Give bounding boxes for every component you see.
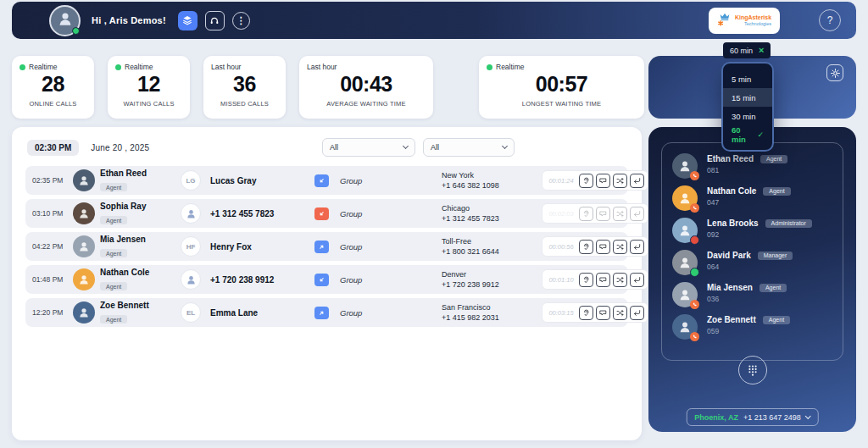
call-row: 04:22 PM Mia Jensen Agent HF Henry Fox G… <box>25 232 628 261</box>
crown-asterisk-logo-icon <box>717 12 732 30</box>
listen-ear-icon[interactable] <box>579 240 593 254</box>
whisper-icon[interactable] <box>596 306 610 320</box>
caller-id-number: +1 213 647 2498 <box>743 413 801 422</box>
layers-icon[interactable] <box>178 11 198 30</box>
call-location: Denver <box>442 269 542 279</box>
listen-ear-icon[interactable] <box>579 273 593 287</box>
agent-name: Nathan Cole <box>707 186 756 196</box>
agent-avatar <box>672 185 698 211</box>
stat-label: MISSED CALLS <box>211 100 278 108</box>
contact-name: Henry Fox <box>210 242 308 252</box>
call-location-block: San Francisco +1 415 982 2031 <box>442 302 542 323</box>
barge-icon[interactable] <box>630 240 644 254</box>
interval-option[interactable]: 5 min <box>723 69 772 88</box>
stat-label: AVERAGE WAITING TIME <box>307 100 426 108</box>
call-location-block: New York +1 646 382 1098 <box>442 170 542 191</box>
filter-select-1[interactable]: All <box>322 138 415 157</box>
call-location: San Francisco <box>442 302 542 312</box>
agent-role-badge: Manager <box>758 252 793 260</box>
chevron-down-icon <box>502 143 508 149</box>
call-time: 12:20 PM <box>32 308 73 317</box>
call-actions: 00:01:24 <box>542 170 648 191</box>
interval-filter-chip[interactable]: 60 min × <box>723 42 771 58</box>
call-rows: 02:35 PM Ethan Reed Agent LG Lucas Gray … <box>20 166 633 327</box>
barge-icon[interactable] <box>630 273 644 287</box>
agent-avatar <box>672 314 698 340</box>
call-duration: 00:00:56 <box>546 243 576 251</box>
stat-card: Realtime 28 ONLINE CALLS <box>12 56 94 119</box>
dialpad-button[interactable] <box>738 356 767 384</box>
agent-roster: Ethan Reed Agent 081 Nathan Cole Agent 0… <box>661 142 843 361</box>
person-contact-icon <box>181 269 201 290</box>
transfer-icon[interactable] <box>613 174 627 188</box>
interval-option[interactable]: 15 min <box>723 88 772 107</box>
stat-value: 00:57 <box>487 74 637 95</box>
contact-name: +1 720 238 9912 <box>210 275 308 285</box>
interval-option[interactable]: 60 min ✓ <box>723 125 772 144</box>
transfer-icon[interactable] <box>613 306 627 320</box>
agent-role-badge: Administrator <box>765 219 812 228</box>
whisper-icon[interactable] <box>596 273 610 287</box>
call-phone: +1 720 238 9912 <box>442 279 542 290</box>
busy-status-dot <box>690 235 699 245</box>
agent-list-item[interactable]: Mia Jensen Agent 036 <box>672 282 832 307</box>
call-actions: 00:01:10 <box>542 269 648 290</box>
settings-gear-icon[interactable] <box>826 64 843 81</box>
agent-list-item[interactable]: Zoe Bennett Agent 059 <box>672 314 832 340</box>
agent-list-item[interactable]: Nathan Cole Agent 047 <box>672 185 832 211</box>
stat-card: Last hour 36 MISSED CALLS <box>203 56 286 119</box>
call-location-block: Toll-Free +1 800 321 6644 <box>442 236 542 257</box>
agent-extension: 036 <box>707 295 787 303</box>
help-button[interactable]: ? <box>819 9 841 31</box>
missed-call-icon <box>314 207 329 220</box>
more-icon[interactable]: ⋮ <box>232 12 250 30</box>
transfer-icon[interactable] <box>613 240 627 254</box>
top-header: Hi , Aris Demos! ⋮ KingAsterisk Technolo… <box>12 2 856 39</box>
online-status-dot <box>690 268 699 277</box>
stat-value: 28 <box>19 74 86 95</box>
call-location-block: Denver +1 720 238 9912 <box>442 269 542 290</box>
header-icon-buttons: ⋮ <box>178 11 250 30</box>
agent-avatar <box>672 282 698 307</box>
call-row: 12:20 PM Zoe Bennett Agent EL Emma Lane … <box>25 298 628 327</box>
transfer-icon <box>613 207 627 221</box>
agent-list-item[interactable]: Lena Brooks Administrator 092 <box>672 218 832 243</box>
stat-card: Realtime 12 WAITING CALLS <box>108 56 190 119</box>
agent-list-item[interactable]: Ethan Reed Agent 081 <box>672 153 832 179</box>
on-call-phone-badge <box>690 203 699 213</box>
caller-id-location: Phoenix, AZ <box>694 413 738 422</box>
whisper-icon[interactable] <box>596 174 610 188</box>
whisper-icon[interactable] <box>596 240 610 254</box>
listen-ear-icon[interactable] <box>579 306 593 320</box>
agent-list-item[interactable]: David Park Manager 064 <box>672 250 832 275</box>
call-phone: +1 800 321 6644 <box>442 246 542 257</box>
incoming-call-icon <box>314 174 329 187</box>
call-type: Group <box>340 275 391 285</box>
call-type: Group <box>340 176 391 185</box>
call-duration: 00:01:24 <box>546 177 576 185</box>
call-actions: 00:03:15 <box>542 302 648 323</box>
on-call-phone-badge <box>690 332 699 341</box>
agent-extension: 064 <box>707 263 793 271</box>
user-avatar[interactable] <box>49 5 81 36</box>
interval-option-label: 30 min <box>732 112 756 121</box>
call-phone: +1 415 982 2031 <box>442 312 542 323</box>
close-icon[interactable]: × <box>759 46 764 55</box>
headset-icon[interactable] <box>205 11 225 30</box>
caller-id-selector[interactable]: Phoenix, AZ +1 213 647 2498 <box>686 408 819 426</box>
interval-option-label: 60 min <box>732 125 753 144</box>
interval-option-label: 15 min <box>732 93 756 102</box>
stats-row: Realtime 28 ONLINE CALLS Realtime 12 WAI… <box>12 56 644 119</box>
contact-name: Lucas Gray <box>210 176 308 185</box>
transfer-icon[interactable] <box>613 273 627 287</box>
contact-name: Emma Lane <box>210 308 308 318</box>
agent-extension: 081 <box>707 166 787 174</box>
filter-select-2[interactable]: All <box>423 138 515 157</box>
barge-icon[interactable] <box>630 174 644 188</box>
listen-ear-icon[interactable] <box>579 174 593 188</box>
barge-icon[interactable] <box>630 306 644 320</box>
online-status-dot <box>72 27 80 35</box>
contact-avatar: EL <box>181 302 201 323</box>
interval-option[interactable]: 30 min <box>723 107 772 125</box>
listen-ear-icon <box>579 207 593 221</box>
